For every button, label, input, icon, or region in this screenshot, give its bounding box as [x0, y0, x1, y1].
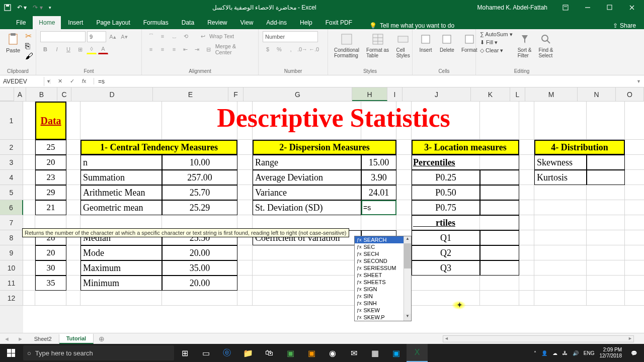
- percentile-1[interactable]: P0.50: [412, 185, 480, 200]
- cell-I5[interactable]: [396, 185, 412, 200]
- section1-name-0[interactable]: n: [80, 155, 162, 170]
- data-value-4[interactable]: 23: [35, 170, 66, 185]
- cell-F9[interactable]: [237, 245, 253, 260]
- bold-button[interactable]: B: [40, 44, 50, 54]
- column-header-M[interactable]: M: [525, 87, 578, 101]
- indent-inc-icon[interactable]: ⇥: [192, 44, 202, 54]
- align-middle-icon[interactable]: ≡: [157, 31, 168, 41]
- autocomplete-scrollbar[interactable]: ▲ ▼: [404, 236, 411, 321]
- cell-N11[interactable]: [587, 276, 625, 291]
- formula-enter-icon[interactable]: ✓: [67, 78, 76, 84]
- section1-val-1[interactable]: 257.00: [162, 170, 237, 185]
- section2-val-0[interactable]: 15.00: [361, 155, 396, 170]
- minimize-icon[interactable]: [578, 0, 598, 15]
- maximize-icon[interactable]: [600, 0, 620, 15]
- column-header-G[interactable]: G: [244, 87, 352, 101]
- currency-icon[interactable]: $: [263, 44, 273, 54]
- section4-name-0[interactable]: Skewness: [534, 155, 587, 170]
- share-button[interactable]: ⇪ Share: [613, 22, 644, 29]
- cell-L12[interactable]: [519, 291, 534, 306]
- taskbar-app2-icon[interactable]: ▣: [301, 344, 322, 362]
- autocomplete-item-skew[interactable]: ƒx SKEW: [355, 307, 411, 314]
- cell-O5[interactable]: [625, 185, 644, 200]
- merge-button[interactable]: Merge & Center: [215, 43, 254, 55]
- tray-onedrive-icon[interactable]: ☁: [552, 350, 557, 356]
- column-header-I[interactable]: I: [387, 87, 403, 101]
- cell-A4[interactable]: [23, 170, 35, 185]
- italic-button[interactable]: I: [52, 44, 62, 54]
- cell-L9[interactable]: [519, 245, 534, 260]
- cell-N7[interactable]: [587, 215, 625, 230]
- quartile-0[interactable]: Q1: [412, 230, 480, 245]
- percentile-val-0[interactable]: [480, 170, 519, 185]
- percentile-2[interactable]: P0.75: [412, 200, 480, 215]
- data-header[interactable]: Data: [35, 102, 66, 140]
- tab-file[interactable]: File: [10, 16, 32, 29]
- column-header-D[interactable]: D: [71, 87, 153, 101]
- section2-val-1[interactable]: 3.90: [361, 170, 396, 185]
- name-box[interactable]: AVEDEV: [0, 77, 44, 86]
- cell-G9[interactable]: [253, 245, 361, 260]
- sheet-tab-tutorial[interactable]: Tutorial: [59, 334, 94, 344]
- row-header-12[interactable]: 12: [0, 291, 23, 306]
- section4-val-1[interactable]: [587, 170, 625, 185]
- autocomplete-item-search[interactable]: ƒx SEARCH: [355, 236, 411, 243]
- tab-foxit[interactable]: Foxit PDF: [319, 16, 358, 29]
- section4-header[interactable]: 4- Distribution: [534, 140, 625, 155]
- grow-font-icon[interactable]: A▴: [108, 32, 118, 42]
- cell-I2[interactable]: [396, 140, 412, 155]
- cell-styles-button[interactable]: Cell Styles: [394, 31, 412, 59]
- cell-F12[interactable]: [237, 291, 253, 306]
- format-painter-icon[interactable]: 🖌: [25, 52, 33, 61]
- cell-C3[interactable]: [66, 155, 80, 170]
- row-header-4[interactable]: 4: [0, 170, 23, 185]
- format-as-table-button[interactable]: Format as Table: [364, 31, 391, 59]
- column-header-J[interactable]: J: [403, 87, 471, 101]
- copy-icon[interactable]: ⎘: [25, 42, 33, 51]
- cell-N9[interactable]: [587, 245, 625, 260]
- percentiles-header[interactable]: Percentiles: [412, 155, 519, 170]
- cell-C10[interactable]: [66, 260, 80, 276]
- cell-I4[interactable]: [396, 170, 412, 185]
- cell-C5[interactable]: [66, 185, 80, 200]
- cell-I6[interactable]: [396, 200, 412, 215]
- cell-O1[interactable]: [625, 102, 644, 140]
- underline-button[interactable]: U: [63, 44, 73, 54]
- scroll-down-icon[interactable]: ▼: [404, 314, 411, 321]
- cell-L8[interactable]: [519, 230, 534, 245]
- fill-button[interactable]: ⬇ Fill ▾: [480, 39, 513, 46]
- cell-G11[interactable]: [253, 276, 361, 291]
- align-right-icon[interactable]: ≡: [169, 44, 179, 54]
- border-button[interactable]: ⊞: [75, 44, 85, 54]
- autocomplete-item-seriessum[interactable]: ƒx SERIESSUM: [355, 264, 411, 272]
- cell-F4[interactable]: [237, 170, 253, 185]
- row-header-7[interactable]: 7: [0, 215, 23, 230]
- orientation-icon[interactable]: ⟲: [181, 31, 191, 41]
- fill-color-button[interactable]: ◊: [87, 44, 97, 54]
- align-left-icon[interactable]: ≡: [146, 44, 156, 54]
- tab-addins[interactable]: Add-ins: [260, 16, 293, 29]
- data-value-3[interactable]: 20: [35, 155, 66, 170]
- column-header-E[interactable]: E: [153, 87, 228, 101]
- cell-C12[interactable]: [66, 291, 80, 306]
- cell-N6[interactable]: [587, 200, 625, 215]
- cell-O6[interactable]: [625, 200, 644, 215]
- inc-decimal-icon[interactable]: .0→: [297, 44, 307, 54]
- data-value-6[interactable]: 21: [35, 200, 66, 215]
- tab-data[interactable]: Data: [176, 16, 200, 29]
- tray-network-icon[interactable]: 🖧: [562, 350, 568, 356]
- section2-name-3[interactable]: St. Deviation (SD): [253, 200, 361, 215]
- cell-A11[interactable]: [23, 276, 35, 291]
- section1-val-0[interactable]: 10.00: [162, 155, 237, 170]
- percent-icon[interactable]: %: [274, 44, 284, 54]
- main-title[interactable]: Descriptive Statistics: [80, 102, 587, 140]
- font-size-select[interactable]: [87, 31, 106, 42]
- cell-O12[interactable]: [625, 291, 644, 306]
- indent-dec-icon[interactable]: ⇤: [181, 44, 191, 54]
- cell-O9[interactable]: [625, 245, 644, 260]
- tab-insert[interactable]: Insert: [62, 16, 89, 29]
- section2-val-2[interactable]: 24.01: [361, 185, 396, 200]
- quartile-2[interactable]: Q3: [412, 260, 480, 276]
- row-header-1[interactable]: 1: [0, 102, 23, 140]
- section1-val-8[interactable]: 20.00: [162, 276, 237, 291]
